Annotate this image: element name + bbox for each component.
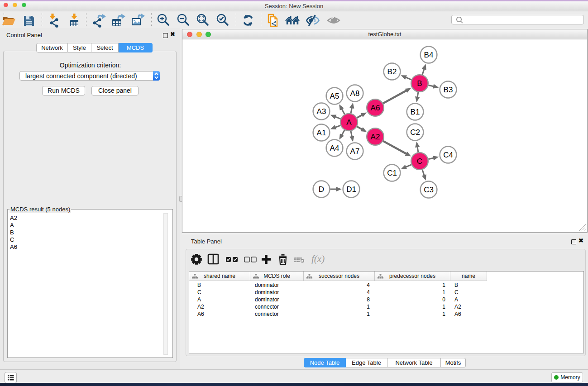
svg-text:A4: A4 xyxy=(330,144,339,152)
svg-text:D1: D1 xyxy=(346,185,356,194)
svg-text:A3: A3 xyxy=(317,107,326,116)
svg-text:B2: B2 xyxy=(387,67,397,76)
svg-text:A1: A1 xyxy=(317,129,326,137)
svg-text:A5: A5 xyxy=(330,92,339,100)
svg-text:C: C xyxy=(417,157,422,166)
svg-text:B4: B4 xyxy=(424,51,434,59)
svg-text:B3: B3 xyxy=(444,86,453,94)
svg-text:A7: A7 xyxy=(350,147,360,156)
svg-text:A6: A6 xyxy=(371,104,380,112)
svg-text:D: D xyxy=(319,185,324,194)
svg-text:C1: C1 xyxy=(387,169,397,177)
svg-text:B: B xyxy=(417,79,422,88)
svg-text:C3: C3 xyxy=(424,186,434,194)
svg-text:A8: A8 xyxy=(350,89,360,98)
svg-text:C4: C4 xyxy=(443,151,453,159)
svg-text:C2: C2 xyxy=(410,128,420,137)
svg-text:A2: A2 xyxy=(371,133,380,141)
svg-text:A: A xyxy=(346,118,352,127)
svg-text:B1: B1 xyxy=(411,108,420,116)
